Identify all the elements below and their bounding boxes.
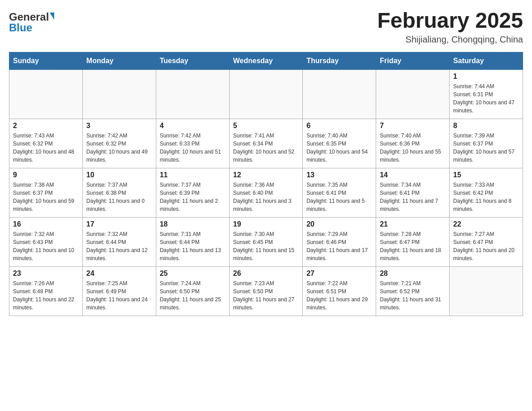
day-info: Sunrise: 7:32 AMSunset: 6:43 PMDaylight:… [13,230,79,262]
table-row: 19Sunrise: 7:30 AMSunset: 6:45 PMDayligh… [229,217,303,266]
table-row: 18Sunrise: 7:31 AMSunset: 6:44 PMDayligh… [156,217,229,266]
day-number: 20 [306,220,372,228]
header-monday: Monday [82,52,156,69]
day-info: Sunrise: 7:39 AMSunset: 6:37 PMDaylight:… [453,132,519,164]
day-info: Sunrise: 7:21 AMSunset: 6:52 PMDaylight:… [380,279,446,312]
day-number: 15 [453,171,519,179]
page-header: General Blue February 2025 Shijialiang, … [9,9,523,45]
day-number: 22 [453,220,519,228]
table-row [156,69,229,119]
table-row: 6Sunrise: 7:40 AMSunset: 6:35 PMDaylight… [303,119,376,168]
day-number: 18 [160,220,226,228]
day-info: Sunrise: 7:34 AMSunset: 6:41 PMDaylight:… [380,181,446,213]
day-number: 8 [453,122,519,130]
day-info: Sunrise: 7:42 AMSunset: 6:32 PMDaylight:… [86,132,152,164]
day-info: Sunrise: 7:32 AMSunset: 6:44 PMDaylight:… [86,230,152,262]
day-number: 1 [453,73,519,81]
day-info: Sunrise: 7:37 AMSunset: 6:39 PMDaylight:… [160,181,226,213]
header-thursday: Thursday [303,52,376,69]
day-info: Sunrise: 7:35 AMSunset: 6:41 PMDaylight:… [306,181,372,213]
calendar-week-row: 16Sunrise: 7:32 AMSunset: 6:43 PMDayligh… [9,217,523,266]
day-number: 12 [233,171,299,179]
day-number: 17 [86,220,152,228]
day-info: Sunrise: 7:27 AMSunset: 6:47 PMDaylight:… [453,230,519,262]
day-info: Sunrise: 7:36 AMSunset: 6:40 PMDaylight:… [233,181,299,213]
table-row [9,69,83,119]
table-row: 1Sunrise: 7:44 AMSunset: 6:31 PMDaylight… [450,69,523,119]
day-info: Sunrise: 7:42 AMSunset: 6:33 PMDaylight:… [160,132,226,164]
logo-arrow-icon [50,13,54,20]
table-row [303,69,376,119]
day-info: Sunrise: 7:24 AMSunset: 6:50 PMDaylight:… [160,279,226,312]
table-row: 11Sunrise: 7:37 AMSunset: 6:39 PMDayligh… [156,168,229,217]
header-sunday: Sunday [9,52,83,69]
day-info: Sunrise: 7:41 AMSunset: 6:34 PMDaylight:… [233,132,299,164]
header-saturday: Saturday [450,52,523,69]
table-row: 26Sunrise: 7:23 AMSunset: 6:50 PMDayligh… [229,266,303,316]
day-info: Sunrise: 7:25 AMSunset: 6:49 PMDaylight:… [86,279,152,312]
logo-blue-text: Blue [9,21,32,34]
title-block: February 2025 Shijialiang, Chongqing, Ch… [377,9,523,45]
table-row: 7Sunrise: 7:40 AMSunset: 6:36 PMDaylight… [376,119,450,168]
table-row: 15Sunrise: 7:33 AMSunset: 6:42 PMDayligh… [450,168,523,217]
calendar-table: Sunday Monday Tuesday Wednesday Thursday… [9,52,523,316]
day-number: 3 [86,122,152,130]
table-row: 9Sunrise: 7:38 AMSunset: 6:37 PMDaylight… [9,168,83,217]
day-number: 25 [160,270,226,278]
calendar-title: February 2025 [377,9,523,33]
day-info: Sunrise: 7:30 AMSunset: 6:45 PMDaylight:… [233,230,299,262]
day-info: Sunrise: 7:26 AMSunset: 6:48 PMDaylight:… [13,279,79,312]
table-row: 13Sunrise: 7:35 AMSunset: 6:41 PMDayligh… [303,168,376,217]
table-row: 21Sunrise: 7:28 AMSunset: 6:47 PMDayligh… [376,217,450,266]
table-row [229,69,303,119]
header-wednesday: Wednesday [229,52,303,69]
day-info: Sunrise: 7:40 AMSunset: 6:36 PMDaylight:… [380,132,446,164]
day-number: 24 [86,270,152,278]
weekday-header-row: Sunday Monday Tuesday Wednesday Thursday… [9,52,523,69]
day-number: 9 [13,171,79,179]
table-row [376,69,450,119]
day-info: Sunrise: 7:28 AMSunset: 6:47 PMDaylight:… [380,230,446,262]
header-tuesday: Tuesday [156,52,229,69]
day-info: Sunrise: 7:31 AMSunset: 6:44 PMDaylight:… [160,230,226,262]
day-info: Sunrise: 7:23 AMSunset: 6:50 PMDaylight:… [233,279,299,312]
logo: General Blue [9,9,54,34]
calendar-week-row: 1Sunrise: 7:44 AMSunset: 6:31 PMDaylight… [9,69,523,119]
day-number: 19 [233,220,299,228]
table-row: 8Sunrise: 7:39 AMSunset: 6:37 PMDaylight… [450,119,523,168]
table-row [450,266,523,316]
day-number: 21 [380,220,446,228]
day-number: 26 [233,270,299,278]
table-row: 4Sunrise: 7:42 AMSunset: 6:33 PMDaylight… [156,119,229,168]
table-row: 3Sunrise: 7:42 AMSunset: 6:32 PMDaylight… [82,119,156,168]
day-number: 11 [160,171,226,179]
calendar-week-row: 9Sunrise: 7:38 AMSunset: 6:37 PMDaylight… [9,168,523,217]
day-info: Sunrise: 7:38 AMSunset: 6:37 PMDaylight:… [13,181,79,213]
table-row: 27Sunrise: 7:22 AMSunset: 6:51 PMDayligh… [303,266,376,316]
calendar-subtitle: Shijialiang, Chongqing, China [377,34,523,45]
day-number: 23 [13,270,79,278]
day-info: Sunrise: 7:40 AMSunset: 6:35 PMDaylight:… [306,132,372,164]
day-info: Sunrise: 7:43 AMSunset: 6:32 PMDaylight:… [13,132,79,164]
table-row: 23Sunrise: 7:26 AMSunset: 6:48 PMDayligh… [9,266,83,316]
table-row: 2Sunrise: 7:43 AMSunset: 6:32 PMDaylight… [9,119,83,168]
table-row: 10Sunrise: 7:37 AMSunset: 6:38 PMDayligh… [82,168,156,217]
calendar-week-row: 23Sunrise: 7:26 AMSunset: 6:48 PMDayligh… [9,266,523,316]
day-number: 4 [160,122,226,130]
day-number: 28 [380,270,446,278]
day-number: 27 [306,270,372,278]
day-number: 7 [380,122,446,130]
table-row: 14Sunrise: 7:34 AMSunset: 6:41 PMDayligh… [376,168,450,217]
day-number: 2 [13,122,79,130]
day-info: Sunrise: 7:22 AMSunset: 6:51 PMDaylight:… [306,279,372,312]
table-row: 12Sunrise: 7:36 AMSunset: 6:40 PMDayligh… [229,168,303,217]
day-number: 14 [380,171,446,179]
table-row: 20Sunrise: 7:29 AMSunset: 6:46 PMDayligh… [303,217,376,266]
table-row: 17Sunrise: 7:32 AMSunset: 6:44 PMDayligh… [82,217,156,266]
table-row: 22Sunrise: 7:27 AMSunset: 6:47 PMDayligh… [450,217,523,266]
day-info: Sunrise: 7:37 AMSunset: 6:38 PMDaylight:… [86,181,152,213]
table-row [82,69,156,119]
day-number: 6 [306,122,372,130]
day-number: 13 [306,171,372,179]
calendar-week-row: 2Sunrise: 7:43 AMSunset: 6:32 PMDaylight… [9,119,523,168]
